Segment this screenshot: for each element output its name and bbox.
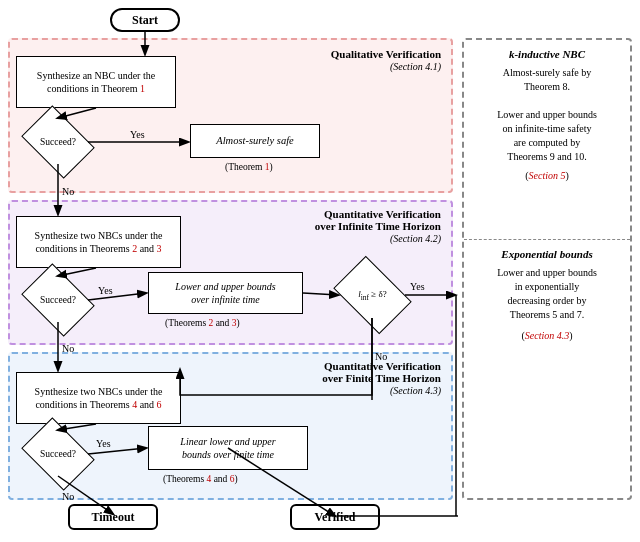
right-panel: k-inductive NBC Almost-surely safe byThe… [462,38,632,500]
exponential-text: Lower and upper boundsin exponentiallyde… [470,266,624,322]
synthesize-box-2: Synthesize two NBCs under theconditions … [16,216,181,268]
synthesize-box-3: Synthesize two NBCs under theconditions … [16,372,181,424]
linf-diamond: linf ≥ δ? [340,272,405,318]
quant-inf-label: Quantitative Verificationover Infinite T… [315,208,441,244]
right-panel-bottom: Exponential bounds Lower and upper bound… [464,240,630,349]
timeout-node: Timeout [68,504,158,530]
start-node: Start [110,8,180,32]
verified-node: Verified [290,504,380,530]
almost-surely-safe-box: Almost-surely safe [190,124,320,158]
succeed-diamond-2: Succeed? [28,278,88,322]
right-panel-top: k-inductive NBC Almost-surely safe byThe… [464,40,630,240]
succeed-diamond-1: Succeed? [28,120,88,164]
theorem1-ref: (Theorem 1) [225,162,273,172]
succeed-diamond-3: Succeed? [28,432,88,476]
qualitative-label: Qualitative Verification (Section 4.1) [331,48,441,72]
theorems46-ref: (Theorems 4 and 6) [163,474,238,484]
quant-fin-label: Quantitative Verificationover Finite Tim… [322,360,441,396]
bounds-finite-box: Linear lower and upperbounds over finite… [148,426,308,470]
exponential-ref: (Section 4.3) [470,330,624,341]
flowchart: Qualitative Verification (Section 4.1) Q… [0,0,640,542]
k-inductive-text: Almost-surely safe byTheorem 8. [470,66,624,94]
k-inductive-title: k-inductive NBC [470,48,624,60]
bounds-infinite-box: Lower and upper boundsover infinite time [148,272,303,314]
theorems23-ref: (Theorems 2 and 3) [165,318,240,328]
k-inductive-ref: (Section 5) [470,170,624,181]
exponential-title: Exponential bounds [470,248,624,260]
k-inductive-extra: Lower and upper boundson infinite-time s… [470,108,624,164]
synthesize-box-1: Synthesize an NBC under theconditions in… [16,56,176,108]
